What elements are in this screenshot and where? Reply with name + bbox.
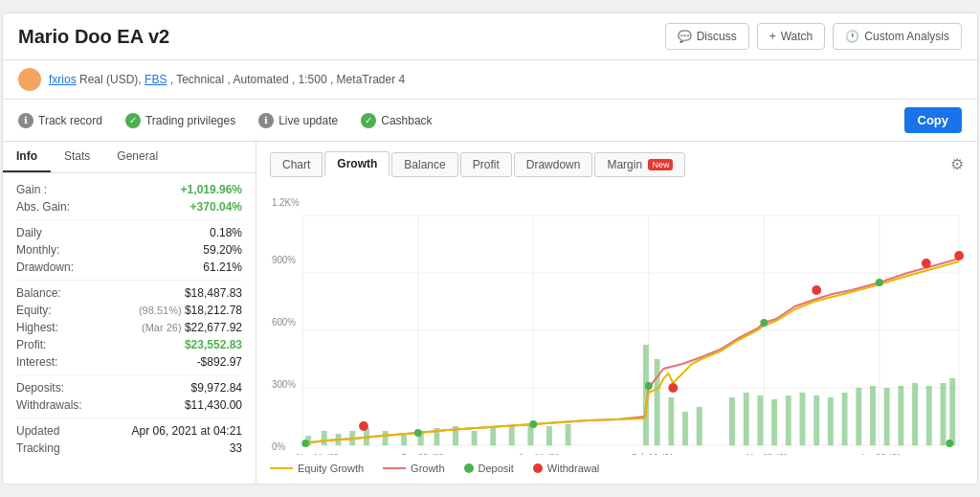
user-link[interactable]: fxrios — [49, 73, 77, 86]
balance-label: Balance: — [16, 286, 61, 300]
check-icon: ✓ — [125, 113, 141, 128]
updated-row: Updated Apr 06, 2021 at 04:21 — [16, 424, 242, 438]
svg-rect-35 — [509, 426, 515, 445]
equity-growth-line — [270, 467, 293, 469]
discuss-icon: 💬 — [678, 30, 692, 43]
svg-rect-34 — [490, 428, 496, 445]
svg-point-71 — [922, 259, 931, 268]
plus-icon: + — [769, 30, 776, 43]
withdrawals-row: Withdrawals: $11,430.00 — [16, 398, 242, 412]
growth-line — [383, 467, 406, 469]
info-tabs: Info Stats General — [3, 142, 256, 173]
svg-point-63 — [529, 420, 537, 428]
abs-gain-row: Abs. Gain: +370.04% — [16, 200, 242, 214]
tab-info[interactable]: Info — [3, 142, 51, 172]
info-icon: ℹ — [18, 113, 33, 128]
withdrawals-label: Withdrawals: — [16, 398, 82, 412]
svg-point-66 — [876, 279, 883, 286]
tab-general[interactable]: General — [103, 142, 171, 172]
deposits-label: Deposits: — [16, 381, 64, 395]
chart-tab-balance[interactable]: Balance — [391, 152, 457, 177]
badge-cashback: ✓ Cashback — [361, 113, 432, 128]
sub-header: fxrios Real (USD), FBS , Technical , Aut… — [3, 60, 977, 100]
svg-rect-56 — [898, 386, 903, 445]
svg-rect-53 — [856, 388, 861, 445]
svg-point-72 — [954, 251, 964, 260]
svg-text:Mar 08, '21: Mar 08, '21 — [746, 452, 789, 455]
svg-rect-44 — [729, 397, 735, 445]
discuss-button[interactable]: 💬 Discuss — [665, 23, 749, 50]
drawdown-label: Drawdown: — [16, 260, 74, 274]
chart-tab-profit[interactable]: Profit — [460, 152, 512, 177]
gain-row: Gain : +1,019.96% — [16, 183, 242, 196]
svg-rect-49 — [800, 393, 806, 445]
svg-rect-50 — [813, 395, 819, 445]
svg-rect-28 — [383, 431, 389, 445]
svg-rect-59 — [941, 383, 947, 445]
chart-tab-chart[interactable]: Chart — [270, 152, 323, 177]
daily-value: 0.18% — [210, 226, 242, 239]
header-actions: 💬 Discuss + Watch 🕐 Custom Analysis — [665, 23, 962, 50]
equity-label: Equity: — [16, 304, 52, 317]
svg-rect-57 — [912, 383, 918, 445]
badge-trading-privileges: ✓ Trading privileges — [125, 113, 235, 128]
chart-area: 0% 300% 600% 900% 1.2K% — [270, 187, 964, 455]
svg-rect-40 — [655, 359, 660, 445]
right-panel: Chart Growth Balance Profit Drawdown Mar… — [256, 142, 977, 484]
monthly-row: Monthly: 59.20% — [16, 243, 242, 257]
custom-analysis-button[interactable]: 🕐 Custom Analysis — [833, 23, 962, 50]
svg-rect-38 — [566, 424, 571, 445]
highest-row: Highest: (Mar 26) $22,677.92 — [16, 321, 242, 334]
svg-text:Jan 14, '21: Jan 14, '21 — [519, 452, 560, 455]
watch-button[interactable]: + Watch — [757, 23, 826, 50]
info-icon-2: ℹ — [258, 113, 274, 128]
svg-rect-29 — [401, 434, 407, 445]
page-title: Mario Doo EA v2 — [18, 26, 169, 48]
account-info: fxrios Real (USD), FBS , Technical , Aut… — [49, 73, 405, 86]
profit-row: Profit: $23,552.83 — [16, 338, 242, 351]
svg-rect-45 — [744, 393, 749, 445]
svg-rect-46 — [757, 395, 763, 445]
chart-settings-icon[interactable]: ⚙ — [950, 155, 964, 173]
svg-point-69 — [668, 383, 678, 393]
chart-tab-growth[interactable]: Growth — [324, 151, 390, 177]
monthly-value: 59.20% — [203, 243, 242, 257]
badge-track-record: ℹ Track record — [18, 113, 102, 128]
highest-label: Highest: — [16, 321, 58, 334]
abs-gain-label: Abs. Gain: — [16, 200, 70, 214]
balance-value: $18,487.83 — [185, 286, 242, 300]
svg-rect-47 — [771, 399, 777, 445]
tracking-label: Tracking — [16, 441, 60, 455]
clock-icon: 🕐 — [845, 30, 859, 43]
deposit-dot — [464, 463, 474, 473]
svg-point-62 — [414, 429, 422, 437]
daily-label: Daily — [16, 226, 42, 239]
broker-link[interactable]: FBS — [145, 73, 167, 86]
withdrawals-value: $11,430.00 — [185, 398, 242, 412]
svg-rect-52 — [842, 393, 848, 445]
legend-withdrawal: Withdrawal — [533, 463, 599, 474]
svg-rect-24 — [322, 431, 327, 445]
interest-label: Interest: — [16, 355, 57, 369]
interest-row: Interest: -$892.97 — [16, 355, 242, 369]
svg-rect-33 — [472, 431, 478, 445]
abs-gain-value: +370.04% — [190, 200, 242, 214]
chart-tab-drawdown[interactable]: Drawdown — [514, 152, 593, 177]
copy-button[interactable]: Copy — [904, 107, 963, 133]
tab-stats[interactable]: Stats — [51, 142, 103, 172]
svg-text:Nov 11, '20: Nov 11, '20 — [296, 452, 338, 455]
svg-rect-42 — [682, 412, 688, 445]
drawdown-value: 61.21% — [203, 260, 242, 274]
legend-equity-growth: Equity Growth — [270, 463, 364, 474]
copy-button-container: Copy — [904, 107, 963, 133]
left-panel: Info Stats General Gain : +1,019.96% Abs… — [3, 142, 256, 484]
equity-value: (98.51%) $18,212.78 — [139, 304, 242, 317]
balance-row: Balance: $18,487.83 — [16, 286, 242, 300]
svg-point-61 — [301, 440, 309, 447]
drawdown-row: Drawdown: 61.21% — [16, 260, 242, 274]
svg-point-64 — [645, 382, 653, 390]
highest-value: (Mar 26) $22,677.92 — [142, 321, 242, 334]
svg-text:600%: 600% — [272, 317, 296, 328]
chart-tab-margin[interactable]: Margin New — [594, 152, 685, 177]
svg-rect-43 — [697, 407, 702, 445]
